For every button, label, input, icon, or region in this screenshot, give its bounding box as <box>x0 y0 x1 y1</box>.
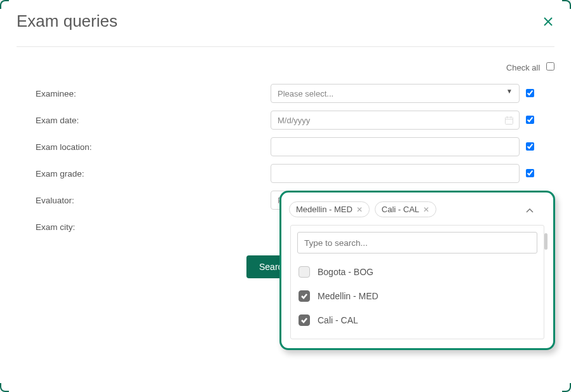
examinee-include-checkbox[interactable] <box>526 89 534 97</box>
row-exam-grade: Exam grade: <box>17 164 554 183</box>
modal-exam-queries: Exam queries Check all Examinee: Please … <box>0 0 571 392</box>
examinee-select[interactable]: Please select... ▼ <box>271 84 520 103</box>
frame-corner <box>0 0 9 9</box>
option-checkbox-unchecked[interactable] <box>299 266 310 278</box>
frame-corner <box>562 383 571 392</box>
multiselect-dropdown: Bogota - BOG Medellin - MED Cali - CAL <box>290 225 544 339</box>
chevron-down-icon: ▼ <box>506 88 513 95</box>
chip-label: Medellin - MED <box>296 205 353 214</box>
chip-remove-icon[interactable]: ✕ <box>356 205 363 214</box>
check-icon <box>300 293 308 299</box>
multiselect-option[interactable]: Bogota - BOG <box>297 260 537 284</box>
multiselect-option[interactable]: Medellin - MED <box>297 284 537 308</box>
calendar-icon <box>504 116 514 127</box>
modal-title: Exam queries <box>17 11 118 31</box>
modal-header: Exam queries <box>0 0 571 46</box>
multiselect-selected-row[interactable]: Medellin - MED ✕ Cali - CAL ✕ <box>281 198 553 225</box>
exam-location-include-checkbox[interactable] <box>526 142 534 151</box>
multiselect-toggle[interactable] <box>525 205 534 217</box>
label-exam-location: Exam location: <box>17 142 271 152</box>
chip-label: Cali - CAL <box>382 205 419 214</box>
exam-date-placeholder: M/d/yyyy <box>278 116 310 125</box>
option-label: Medellin - MED <box>318 291 379 301</box>
selected-chip: Medellin - MED ✕ <box>289 201 370 217</box>
close-button[interactable] <box>542 15 554 28</box>
exam-city-multiselect: Medellin - MED ✕ Cali - CAL ✕ Bogota - B… <box>279 191 555 350</box>
chevron-up-icon <box>525 208 534 214</box>
exam-grade-include-checkbox[interactable] <box>526 169 534 177</box>
selected-chip: Cali - CAL ✕ <box>375 201 436 217</box>
label-exam-grade: Exam grade: <box>17 169 271 179</box>
label-exam-date: Exam date: <box>17 116 271 125</box>
label-examinee: Examinee: <box>17 89 271 98</box>
row-exam-location: Exam location: <box>17 137 554 156</box>
option-checkbox-checked[interactable] <box>299 314 310 326</box>
option-label: Cali - CAL <box>318 315 358 325</box>
exam-location-input[interactable] <box>271 137 520 156</box>
scrollbar-thumb[interactable] <box>544 233 547 250</box>
svg-rect-2 <box>506 118 513 125</box>
chip-remove-icon[interactable]: ✕ <box>423 205 429 214</box>
label-evaluator: Evaluator: <box>17 196 271 205</box>
label-exam-city: Exam city: <box>17 222 271 232</box>
check-all-checkbox[interactable] <box>546 62 554 71</box>
exam-date-include-checkbox[interactable] <box>526 116 534 124</box>
check-all-label: Check all <box>506 63 540 72</box>
option-label: Bogota - BOG <box>318 267 373 277</box>
multiselect-search-input[interactable] <box>297 232 537 253</box>
row-examinee: Examinee: Please select... ▼ <box>17 84 554 103</box>
frame-corner <box>0 383 9 392</box>
frame-corner <box>562 0 571 9</box>
close-icon <box>543 17 553 27</box>
exam-grade-input[interactable] <box>271 164 520 183</box>
row-exam-date: Exam date: M/d/yyyy <box>17 111 554 130</box>
examinee-placeholder: Please select... <box>278 89 333 98</box>
check-icon <box>300 317 308 323</box>
multiselect-option[interactable]: Cali - CAL <box>297 308 537 332</box>
option-checkbox-checked[interactable] <box>299 290 310 302</box>
exam-date-input[interactable]: M/d/yyyy <box>271 111 520 130</box>
check-all-row: Check all <box>0 47 571 78</box>
